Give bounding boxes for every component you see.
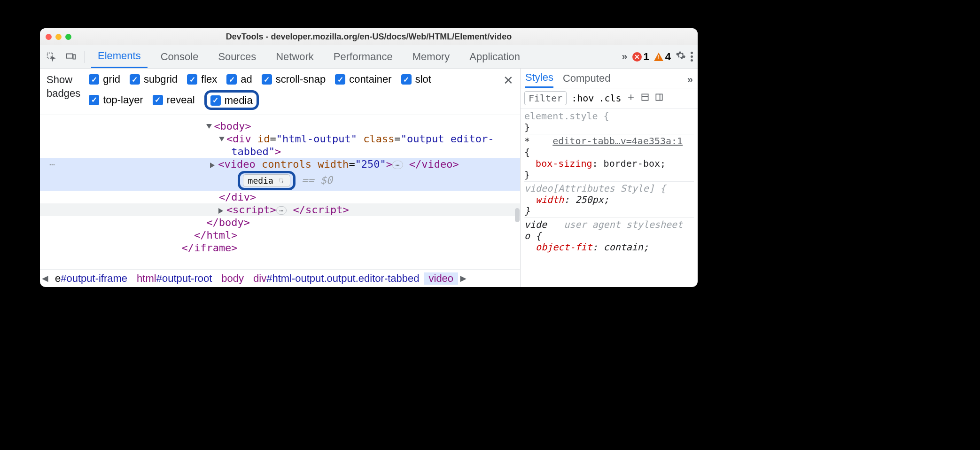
dom-tree[interactable]: <body> <div id="html-output" class="outp… [40,115,520,270]
computed-styles-icon[interactable] [640,93,650,104]
badge-container[interactable]: container [335,73,392,85]
badge-grid[interactable]: grid [89,73,120,85]
badge-slot[interactable]: slot [401,73,431,85]
inspect-icon[interactable] [45,52,58,62]
badge-media-highlighted[interactable]: media [204,90,259,110]
toolbar-right: » ✕ 1 4 [622,50,693,63]
dom-div-open[interactable]: <div [226,133,251,145]
cls-toggle[interactable]: .cls [599,93,621,104]
tab-styles[interactable]: Styles [525,71,553,88]
badge-flex[interactable]: flex [187,73,217,85]
separator [84,51,85,63]
window-title: DevTools - developer.mozilla.org/en-US/d… [40,32,698,42]
styles-tabs: Styles Computed » [521,69,698,88]
badges-bar: Showbadges grid subgrid flex ad scroll-s… [40,69,520,115]
badge-reveal[interactable]: reveal [153,94,195,106]
breadcrumb-right-icon[interactable]: ► [458,272,468,285]
crumb-div[interactable]: div#html-output.output.editor-tabbed [249,272,424,285]
dom-script-line[interactable]: <script>⋯ </script> [40,203,520,216]
filter-row: Filter :hov .cls [521,88,698,109]
dom-iframe-close[interactable]: </iframe> [181,242,237,254]
kebab-menu-icon[interactable] [691,52,693,62]
hov-toggle[interactable]: :hov [571,93,594,104]
styles-panel: Styles Computed » Filter :hov .cls eleme… [520,69,698,287]
media-badge-highlight[interactable]: media [238,171,296,190]
elements-panel: Showbadges grid subgrid flex ad scroll-s… [40,69,520,287]
svg-rect-5 [656,94,662,100]
badge-scroll-snap[interactable]: scroll-snap [262,73,326,85]
breadcrumb-left-icon[interactable]: ◄ [40,272,50,285]
error-number: 1 [644,51,649,63]
styles-rules[interactable]: element.style { } * editor-tabb…v=4ae353… [521,109,698,287]
dom-video-line[interactable]: ⋯ <video controls width="250">⋯ </video> [40,158,520,171]
crumb-iframe[interactable]: e#output-iframe [50,272,132,285]
tab-application[interactable]: Application [463,45,527,68]
error-icon: ✕ [632,52,642,62]
dom-body-close[interactable]: </body> [206,217,250,228]
tab-computed[interactable]: Computed [563,72,611,87]
more-tabs-icon[interactable]: » [622,51,627,63]
crumb-video[interactable]: video [424,272,459,285]
tab-network[interactable]: Network [269,45,320,68]
tab-elements[interactable]: Elements [91,45,148,68]
new-style-icon[interactable] [626,93,636,104]
badge-subgrid[interactable]: subgrid [130,73,178,85]
filter-input[interactable]: Filter [524,91,567,105]
titlebar: DevTools - developer.mozilla.org/en-US/d… [40,28,698,45]
devtools-window: DevTools - developer.mozilla.org/en-US/d… [40,28,698,287]
svg-rect-1 [67,54,73,58]
tab-memory[interactable]: Memory [406,45,456,68]
warning-count[interactable]: 4 [654,51,671,63]
dom-div-close[interactable]: </div> [219,191,256,203]
content-area: Showbadges grid subgrid flex ad scroll-s… [40,69,698,287]
badge-top-layer[interactable]: top-layer [89,94,143,106]
crumb-html[interactable]: html#output-root [132,272,217,285]
badges-label: Showbadges [47,73,80,100]
crumb-body[interactable]: body [217,272,249,285]
close-badges-icon[interactable]: ✕ [503,73,513,88]
more-styles-tabs-icon[interactable]: » [687,74,693,86]
tab-console[interactable]: Console [154,45,205,68]
badge-options: grid subgrid flex ad scroll-snap contain… [89,73,495,110]
settings-icon[interactable] [676,50,686,63]
badge-ad[interactable]: ad [226,73,252,85]
style-source-link[interactable]: editor-tabb…v=4ae353a:1 [552,135,683,147]
toggle-sidebar-icon[interactable] [654,93,664,104]
warning-icon [654,53,663,61]
error-count[interactable]: ✕ 1 [632,51,649,63]
dom-scrollbar[interactable] [515,208,520,222]
dom-html-close[interactable]: </html> [194,229,238,241]
breadcrumb: ◄ e#output-iframe html#output-root body … [40,269,520,287]
svg-rect-2 [73,54,76,59]
tab-sources[interactable]: Sources [211,45,263,68]
dom-body-open[interactable]: <body> [214,120,251,132]
warning-number: 4 [665,51,671,63]
svg-rect-4 [642,94,648,100]
main-toolbar: Elements Console Sources Network Perform… [40,45,698,69]
tab-performance[interactable]: Performance [327,45,399,68]
device-toolbar-icon[interactable] [64,52,78,62]
